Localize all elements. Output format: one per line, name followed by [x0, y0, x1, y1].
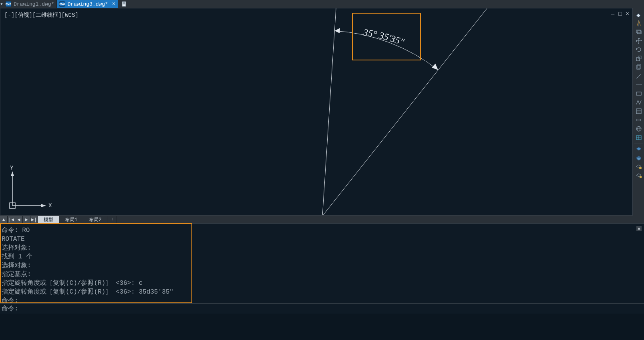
- svg-marker-41: [11, 171, 14, 176]
- layout-prev-icon[interactable]: ◄: [15, 216, 23, 224]
- line-icon[interactable]: [633, 72, 644, 80]
- svg-rect-1: [123, 2, 125, 3]
- command-history-line: 选择对象:: [2, 244, 642, 252]
- svg-line-36: [322, 8, 336, 216]
- layeriso-icon[interactable]: [633, 145, 644, 154]
- file-tab-drawing3[interactable]: DWG Drawing3.dwg* ×: [57, 0, 118, 8]
- file-tab-drawing1[interactable]: DWG Drawing1.dwg*: [3, 0, 57, 8]
- layout-tab-label: 布局1: [65, 216, 77, 223]
- layout-scroll-up-icon[interactable]: ▲: [0, 216, 8, 224]
- layout-tab-model[interactable]: 模型: [38, 216, 59, 223]
- copy-icon[interactable]: [633, 63, 644, 72]
- ucs-y-label: Y: [10, 165, 14, 171]
- svg-marker-38: [335, 28, 340, 33]
- command-history-scroll-icon[interactable]: ▲: [636, 226, 642, 231]
- layout-tab-1[interactable]: 布局1: [59, 216, 83, 223]
- ucs-x-label: X: [48, 202, 52, 209]
- sidebar-divider: [634, 143, 643, 144]
- svg-point-33: [639, 167, 642, 169]
- command-history-line: 选择对象:: [2, 261, 642, 270]
- svg-marker-39: [432, 64, 438, 70]
- layout-tab-label: 模型: [44, 216, 53, 223]
- layout-tab-2[interactable]: 布局2: [83, 216, 107, 223]
- svg-line-12: [636, 74, 641, 78]
- layout-tabstrip: ▲ |◄ ◄ ► ►| 模型 布局1 布局2 +: [0, 216, 633, 223]
- command-history-line: 命令: RO: [2, 226, 642, 235]
- svg-rect-16: [636, 92, 641, 95]
- command-prompt-label: 命令:: [2, 304, 18, 313]
- file-tab-label: Drawing1.dwg*: [14, 1, 54, 7]
- table-icon[interactable]: [633, 133, 644, 142]
- move-icon[interactable]: [633, 36, 644, 45]
- rect-icon[interactable]: [633, 89, 644, 98]
- hatch-icon[interactable]: [633, 107, 644, 116]
- drawing-canvas: 35° 35'35": [0, 8, 633, 216]
- layout-last-icon[interactable]: ►|: [30, 216, 38, 224]
- command-history[interactable]: 命令: RO ROTATE 选择对象: 找到 1 个 选择对象: 指定基点: 指…: [0, 223, 644, 303]
- svg-rect-8: [636, 58, 640, 61]
- close-icon[interactable]: ×: [112, 1, 115, 7]
- svg-rect-2: [123, 3, 125, 4]
- command-history-line: 指定旋转角度或［复制(C)/参照(R)］ <36>: 35d35'35": [2, 288, 642, 296]
- file-tab-label: Drawing3.dwg*: [67, 1, 108, 7]
- path-icon[interactable]: [633, 98, 644, 107]
- globe-icon[interactable]: [633, 124, 644, 133]
- layerlk-icon[interactable]: [633, 171, 644, 180]
- svg-rect-3: [123, 4, 125, 4]
- svg-marker-29: [636, 147, 641, 150]
- rotate-icon[interactable]: [633, 45, 644, 54]
- footer-bar: [0, 314, 644, 340]
- command-history-line: 指定旋转角度或［复制(C)/参照(R)］ <36>: c: [2, 279, 642, 288]
- command-input-row: 命令:: [0, 303, 644, 314]
- layout-next-icon[interactable]: ►: [23, 216, 30, 224]
- layerfrz-icon[interactable]: [633, 162, 644, 171]
- layers-icon[interactable]: [633, 28, 644, 36]
- dim-icon[interactable]: [633, 116, 644, 124]
- command-history-line: 找到 1 个: [2, 252, 642, 261]
- command-input[interactable]: [21, 305, 644, 312]
- layout-first-icon[interactable]: |◄: [8, 216, 15, 224]
- ucs-icon: Y X: [5, 164, 53, 212]
- command-history-line: 指定基点:: [2, 270, 642, 279]
- drawing-viewport[interactable]: [-][俯视][二维线框][WCS] — □ × 35° 35'35": [0, 8, 633, 216]
- eraser-icon[interactable]: [633, 10, 644, 19]
- angle-dimension-text: 35° 35'35": [362, 27, 406, 48]
- layerun-icon[interactable]: [633, 154, 644, 162]
- mirror-icon[interactable]: [633, 19, 644, 28]
- layout-tab-add-button[interactable]: +: [107, 216, 117, 223]
- svg-marker-4: [636, 14, 640, 17]
- file-tabstrip: ▾ DWG Drawing1.dwg* DWG Drawing3.dwg* ×: [0, 0, 644, 8]
- tabstrip-handle-icon[interactable]: ▾: [0, 0, 3, 8]
- svg-marker-43: [41, 204, 46, 207]
- dash-icon[interactable]: [633, 80, 644, 89]
- new-doc-icon: [121, 1, 127, 7]
- dwg-icon: DWG: [59, 1, 65, 7]
- scale-icon[interactable]: [633, 54, 644, 63]
- svg-rect-35: [640, 176, 642, 178]
- svg-rect-17: [636, 109, 641, 114]
- command-history-line: ROTATE: [2, 235, 642, 244]
- new-tab-button[interactable]: [118, 0, 130, 8]
- dwg-icon: DWG: [6, 1, 11, 7]
- layout-tab-label: 布局2: [89, 216, 101, 223]
